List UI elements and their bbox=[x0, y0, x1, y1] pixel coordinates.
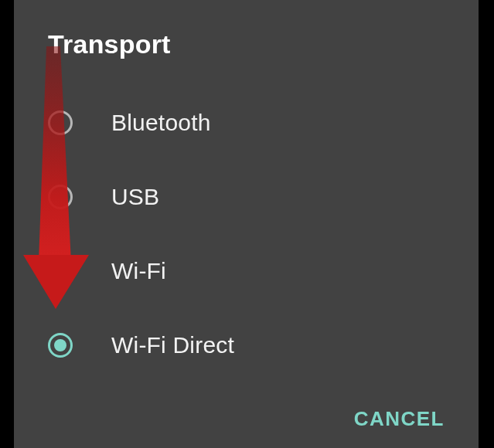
option-wifi-direct[interactable]: Wi-Fi Direct bbox=[14, 308, 479, 382]
options-list: Bluetooth USB Wi-Fi Wi-Fi Direct bbox=[14, 86, 479, 382]
radio-icon bbox=[48, 259, 73, 283]
radio-icon bbox=[48, 110, 73, 135]
option-label: Wi-Fi Direct bbox=[111, 332, 234, 358]
option-wifi[interactable]: Wi-Fi bbox=[14, 234, 479, 308]
dialog-actions: CANCEL bbox=[349, 399, 449, 439]
option-label: Bluetooth bbox=[111, 110, 211, 136]
dialog-title: Transport bbox=[14, 0, 479, 59]
cancel-button[interactable]: CANCEL bbox=[349, 399, 449, 439]
option-usb[interactable]: USB bbox=[14, 160, 479, 234]
transport-dialog: Transport Bluetooth USB Wi-Fi Wi-Fi Dire… bbox=[14, 0, 479, 448]
option-bluetooth[interactable]: Bluetooth bbox=[14, 86, 479, 160]
option-label: USB bbox=[111, 184, 159, 210]
option-label: Wi-Fi bbox=[111, 258, 166, 284]
radio-icon bbox=[48, 333, 73, 358]
radio-icon bbox=[48, 185, 73, 209]
